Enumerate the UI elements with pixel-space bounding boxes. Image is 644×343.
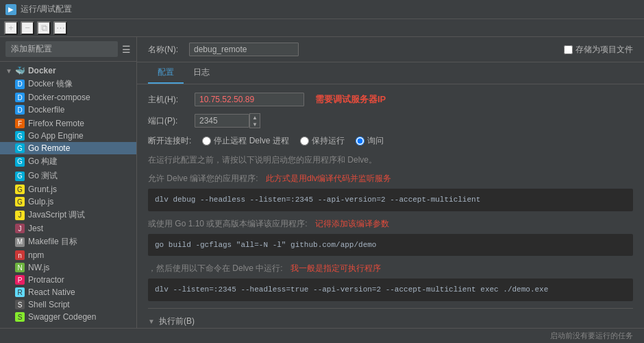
- disconnect-row: 断开连接时: 停止远程 Delve 进程 保持运行 询问: [148, 135, 633, 147]
- npm-icon: n: [15, 250, 25, 260]
- tree-item-gruntjs[interactable]: G Grunt.js: [0, 183, 136, 196]
- tree-item-gulpjs[interactable]: G Gulp.js: [0, 196, 136, 208]
- nwjs-icon: N: [15, 263, 25, 272]
- dlv-annotation: 此方式是用dlv编译代码并监听服务: [266, 174, 391, 183]
- disconnect-ask-option[interactable]: 询问: [356, 135, 384, 147]
- gulpjs-label: Gulp.js: [28, 197, 53, 206]
- host-annotation: 需要调试服务器IP: [315, 93, 386, 106]
- tree-item-docker-compose[interactable]: D Docker-compose: [0, 91, 136, 104]
- nwjs-label: NW.js: [28, 263, 49, 272]
- shell-script-label: Shell Script: [28, 300, 70, 309]
- title-bar: ▶ 运行/调试配置: [0, 0, 644, 19]
- tab-log[interactable]: 日志: [184, 62, 219, 84]
- gruntjs-label: Grunt.js: [28, 185, 57, 194]
- save-project-checkbox: 存储为项目文件: [564, 44, 633, 56]
- exec-title: ，然后使用以下命令在 Delve 中运行: 我一般是指定可执行程序: [148, 263, 633, 274]
- main-area: 添加新配置 ☰ ▼ 🐳 Docker D Docker 镜像 D Docker-…: [0, 37, 644, 328]
- go-test-label: Go 测试: [28, 170, 58, 182]
- name-input[interactable]: [189, 43, 299, 56]
- go-build-icon: G: [15, 157, 25, 167]
- name-label: 名称(N):: [148, 44, 178, 56]
- tree-item-dockerfile[interactable]: D Dockerfile: [0, 104, 136, 116]
- go-build-label: Go 构建: [28, 156, 58, 167]
- disconnect-stop-option[interactable]: 停止远程 Delve 进程: [202, 135, 288, 147]
- js-debug-icon: J: [15, 211, 25, 220]
- gruntjs-icon: G: [15, 185, 25, 194]
- remove-config-btn[interactable]: −: [21, 21, 34, 35]
- tree-group-docker: ▼ 🐳 Docker D Docker 镜像 D Docker-compose …: [0, 64, 136, 116]
- copy-config-btn[interactable]: ⧉: [37, 21, 51, 35]
- disconnect-keep-radio[interactable]: [300, 137, 309, 145]
- docker-compose-label: Docker-compose: [28, 93, 90, 102]
- tree-item-go-test[interactable]: G Go 测试: [0, 169, 136, 183]
- toolbar: + − ⧉ ⋯: [0, 19, 644, 37]
- tree-item-protractor[interactable]: P Protractor: [0, 274, 136, 286]
- tree-group-docker-header[interactable]: ▼ 🐳 Docker: [0, 64, 136, 77]
- swagger-codegen-icon: S: [15, 312, 25, 322]
- dlv-code-block: dlv debug --headless --listen=:2345 --ap…: [148, 189, 633, 211]
- tree-item-firefox-remote[interactable]: F Firefox Remote: [0, 117, 136, 130]
- docker-image-icon: D: [15, 80, 25, 89]
- before-run-desc: 在运行此配置之前，请按以下说明启动您的应用程序和 Delve。: [148, 154, 633, 166]
- tree-item-makefile[interactable]: M Makefile 目标: [0, 235, 136, 249]
- port-row: 端口(P): ▲ ▼: [148, 113, 633, 128]
- protractor-icon: P: [15, 275, 25, 285]
- jest-icon: J: [15, 224, 25, 233]
- go-remote-icon: G: [15, 143, 25, 153]
- dockerfile-icon: D: [15, 105, 25, 115]
- protractor-label: Protractor: [28, 275, 64, 285]
- docker-arrow-icon: ▼: [5, 67, 12, 75]
- go-test-icon: G: [15, 172, 25, 181]
- tree-item-nwjs[interactable]: N NW.js: [0, 261, 136, 274]
- tree-item-go-remote[interactable]: G Go Remote: [0, 142, 136, 154]
- tree-item-docker-image[interactable]: D Docker 镜像: [0, 77, 136, 91]
- docker-group-icon: 🐳: [15, 66, 25, 75]
- build-code-block: go build -gcflags "all=-N -l" github.com…: [148, 234, 633, 257]
- status-text: 启动前没有要运行的任务: [550, 331, 633, 341]
- add-config-btn[interactable]: +: [4, 21, 18, 35]
- go-app-engine-icon: G: [15, 131, 25, 141]
- exec-annotation: 我一般是指定可执行程序: [290, 263, 381, 273]
- tree-item-shell-script[interactable]: S Shell Script: [0, 298, 136, 311]
- tab-config[interactable]: 配置: [148, 62, 184, 84]
- save-project-label[interactable]: 存储为项目文件: [575, 44, 633, 56]
- save-project-check[interactable]: [564, 45, 573, 54]
- swagger-codegen-label: Swagger Codegen: [28, 312, 96, 322]
- makefile-icon: M: [15, 237, 25, 247]
- title-bar-text: 运行/调试配置: [21, 3, 72, 15]
- exec-code-block: dlv --listen=:2345 --headless=true --api…: [148, 279, 633, 301]
- dockerfile-label: Dockerfile: [28, 105, 64, 115]
- build-annotation: 记得添加该编译参数: [315, 219, 389, 228]
- disconnect-keep-option[interactable]: 保持运行: [300, 135, 345, 147]
- shell-script-icon: S: [15, 300, 25, 309]
- tree-item-jest[interactable]: J Jest: [0, 222, 136, 235]
- port-input[interactable]: [195, 114, 249, 128]
- before-arrow-icon: ▼: [148, 318, 155, 325]
- config-body: 主机(H): 需要调试服务器IP 端口(P): ▲ ▼ 断开连接时:: [137, 84, 644, 328]
- tree-item-npm[interactable]: n npm: [0, 249, 136, 261]
- before-header[interactable]: ▼ 执行前(B): [148, 316, 633, 327]
- disconnect-label: 断开连接时:: [148, 135, 191, 147]
- status-bar: 启动前没有要运行的任务: [0, 328, 644, 343]
- tree-item-js-debug[interactable]: J JavaScript 调试: [0, 208, 136, 222]
- port-group: ▲ ▼: [195, 113, 260, 128]
- port-up-btn[interactable]: ▲: [250, 114, 260, 121]
- docker-group-label: Docker: [28, 66, 56, 75]
- go-remote-label: Go Remote: [28, 143, 70, 153]
- filter-icon[interactable]: ☰: [122, 44, 131, 55]
- config-header: 名称(N): 存储为项目文件: [137, 37, 644, 62]
- add-new-config-button[interactable]: 添加新配置: [5, 41, 118, 57]
- disconnect-stop-radio[interactable]: [202, 137, 211, 145]
- sidebar: 添加新配置 ☰ ▼ 🐳 Docker D Docker 镜像 D Docker-…: [0, 37, 137, 328]
- tree-item-go-build[interactable]: G Go 构建: [0, 154, 136, 169]
- tree-item-react-native[interactable]: R React Native: [0, 286, 136, 298]
- host-input[interactable]: [195, 93, 304, 106]
- more-options-btn[interactable]: ⋯: [53, 21, 67, 35]
- disconnect-ask-radio[interactable]: [356, 137, 364, 145]
- port-down-btn[interactable]: ▼: [250, 121, 260, 128]
- js-debug-label: JavaScript 调试: [28, 209, 85, 221]
- sidebar-header: 添加新配置 ☰: [0, 37, 136, 62]
- jest-label: Jest: [28, 224, 43, 233]
- tree-item-swagger-codegen[interactable]: S Swagger Codegen: [0, 311, 136, 323]
- tree-item-go-app-engine[interactable]: G Go App Engine: [0, 130, 136, 142]
